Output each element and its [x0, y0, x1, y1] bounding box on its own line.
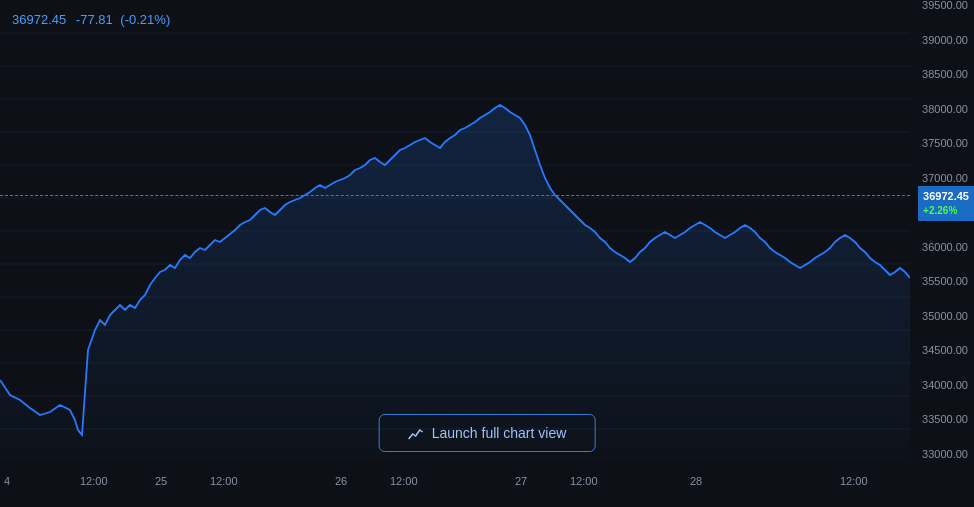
y-label: 34500.00 — [904, 345, 974, 356]
x-label: 12:00 — [390, 475, 418, 487]
y-label: 39500.00 — [904, 0, 974, 11]
price-tag-change: +2.26% — [923, 204, 969, 218]
price-change-pct: (-0.21%) — [120, 12, 170, 27]
x-label: 12:00 — [840, 475, 868, 487]
price-change: -77.81 — [76, 12, 113, 27]
price-tag: 36972.45 +2.26% — [918, 186, 974, 221]
price-info: 36972.45 -77.81 (-0.21%) — [12, 12, 170, 27]
x-label: 12:00 — [210, 475, 238, 487]
y-label: 35000.00 — [904, 311, 974, 322]
x-label: 28 — [690, 475, 702, 487]
y-label: 39000.00 — [904, 35, 974, 46]
x-label: 12:00 — [570, 475, 598, 487]
x-axis: 4 12:00 25 12:00 26 12:00 27 12:00 28 12… — [0, 460, 910, 507]
launch-full-chart-button[interactable]: Launch full chart view — [379, 414, 596, 452]
y-label: 33500.00 — [904, 414, 974, 425]
y-label: 38000.00 — [904, 104, 974, 115]
y-label: 37000.00 — [904, 173, 974, 184]
x-label: 27 — [515, 475, 527, 487]
y-label: 34000.00 — [904, 380, 974, 391]
chart-icon — [408, 426, 424, 440]
chart-container: 36972.45 -77.81 (-0.21%) 395 — [0, 0, 974, 507]
x-label: 12:00 — [80, 475, 108, 487]
current-price: 36972.45 — [12, 12, 66, 27]
x-label: 26 — [335, 475, 347, 487]
y-axis: 39500.00 39000.00 38500.00 38000.00 3750… — [904, 0, 974, 460]
y-label: 37500.00 — [904, 138, 974, 149]
price-tag-value: 36972.45 — [923, 189, 969, 204]
y-label: 33000.00 — [904, 449, 974, 460]
x-label: 25 — [155, 475, 167, 487]
y-label: 38500.00 — [904, 69, 974, 80]
y-label: 35500.00 — [904, 276, 974, 287]
y-label: 36000.00 — [904, 242, 974, 253]
chart-svg — [0, 0, 910, 460]
reference-line — [0, 195, 910, 196]
x-label: 4 — [4, 475, 10, 487]
launch-button-label: Launch full chart view — [432, 425, 567, 441]
